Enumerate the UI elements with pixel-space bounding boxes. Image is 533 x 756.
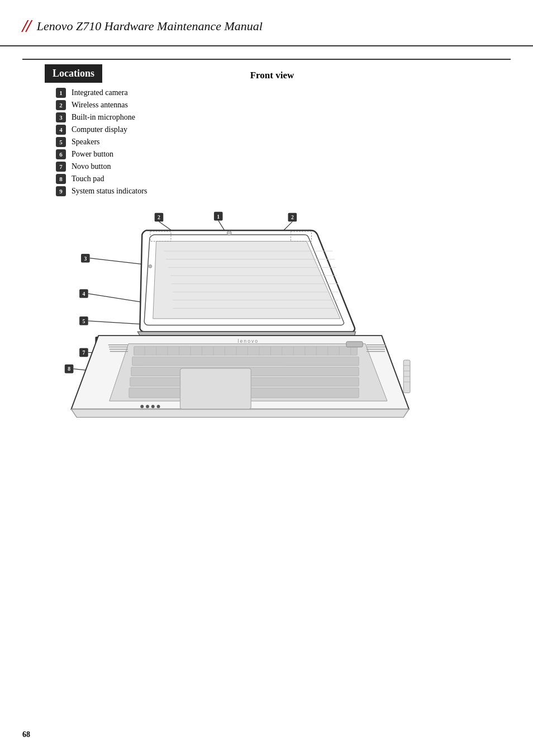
list-item: 7 Novo button: [56, 162, 499, 172]
list-item: 5 Speakers: [56, 137, 499, 147]
svg-point-80: [157, 405, 160, 408]
svg-text:1: 1: [217, 214, 220, 220]
svg-text:5: 5: [82, 318, 85, 324]
component-label-6: Power button: [72, 150, 113, 159]
badge-3: 3: [56, 112, 66, 122]
svg-rect-42: [134, 347, 358, 356]
manual-title: Lenovo Z710 Hardware Maintenance Manual: [37, 19, 263, 34]
svg-text:2: 2: [291, 214, 294, 220]
component-label-7: Novo button: [72, 162, 111, 171]
list-item: 3 Built-in microphone: [56, 112, 499, 122]
svg-text:3: 3: [84, 256, 87, 262]
component-label-3: Built-in microphone: [72, 113, 135, 122]
svg-rect-68: [346, 342, 363, 347]
page-number: 68: [22, 730, 30, 739]
badge-2: 2: [56, 100, 66, 110]
svg-point-77: [140, 405, 144, 408]
list-item: 4 Computer display: [56, 125, 499, 135]
badge-9: 9: [56, 186, 66, 196]
svg-point-78: [146, 405, 149, 408]
section-title: Locations: [45, 64, 102, 83]
svg-text:lenovo: lenovo: [238, 338, 259, 344]
component-label-5: Speakers: [72, 138, 100, 147]
component-label-4: Computer display: [72, 125, 127, 134]
svg-point-79: [151, 405, 155, 408]
component-list: 1 Integrated camera 2 Wireless antennas …: [56, 88, 499, 196]
list-item: 2 Wireless antennas: [56, 100, 499, 110]
list-item: 9 System status indicators: [56, 186, 499, 196]
main-content: Front view 1 Integrated camera 2 Wireles…: [0, 60, 533, 448]
svg-line-14: [88, 294, 146, 303]
component-label-9: System status indicators: [72, 187, 147, 196]
page-header: // Lenovo Z710 Hardware Maintenance Manu…: [0, 0, 533, 46]
svg-point-39: [149, 264, 152, 268]
badge-6: 6: [56, 149, 66, 159]
svg-text:2: 2: [158, 214, 160, 220]
laptop-svg: 2 1 2 3 4 5 6: [45, 207, 425, 426]
component-label-1: Integrated camera: [72, 88, 128, 97]
badge-7: 7: [56, 162, 66, 172]
laptop-diagram: 2 1 2 3 4 5 6: [45, 207, 425, 426]
svg-line-11: [90, 258, 146, 265]
list-item: 6 Power button: [56, 149, 499, 159]
badge-1: 1: [56, 88, 66, 98]
svg-rect-67: [180, 368, 251, 409]
badge-4: 4: [56, 125, 66, 135]
svg-rect-43: [132, 357, 359, 366]
svg-point-38: [227, 231, 231, 235]
svg-text:7: 7: [82, 349, 85, 356]
list-item: 1 Integrated camera: [56, 88, 499, 98]
component-label-8: Touch pad: [72, 174, 104, 183]
badge-5: 5: [56, 137, 66, 147]
list-item: 8 Touch pad: [56, 174, 499, 184]
badge-8: 8: [56, 174, 66, 184]
component-label-2: Wireless antennas: [72, 101, 128, 110]
svg-text:4: 4: [82, 291, 85, 297]
svg-text:8: 8: [68, 366, 70, 372]
logo-slashes-icon: //: [22, 16, 30, 36]
